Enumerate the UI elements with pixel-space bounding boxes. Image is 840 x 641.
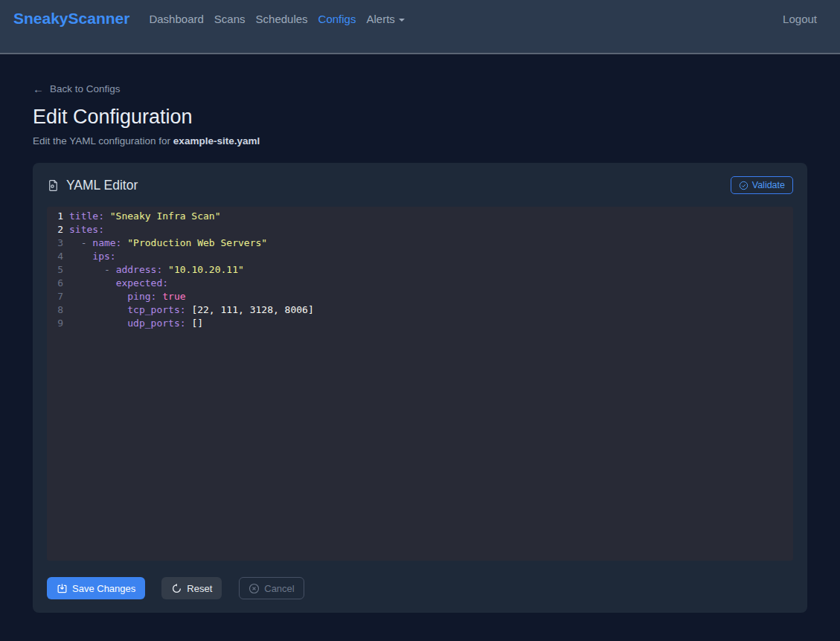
file-code-icon	[47, 179, 60, 192]
line-number: 6	[47, 277, 63, 290]
line-number: 7	[47, 290, 63, 303]
line-number: 4	[47, 250, 63, 263]
code-text: udp_ports: []	[69, 317, 203, 330]
back-arrow-icon: ←	[33, 83, 44, 94]
navbar: SneakyScanner Dashboard Scans Schedules …	[0, 0, 840, 54]
editor-actions: Save Changes Reset Cancel	[47, 577, 793, 599]
validate-button[interactable]: Validate	[731, 176, 793, 194]
reset-counterclockwise-icon	[171, 583, 182, 594]
yaml-editor-card: YAML Editor Validate 1title: "Sneaky Inf…	[33, 163, 807, 613]
code-text: ips:	[69, 250, 116, 263]
brand-link[interactable]: SneakyScanner	[13, 10, 129, 28]
code-line: 5 - address: "10.10.20.11"	[47, 263, 793, 277]
line-number: 9	[47, 317, 63, 330]
code-line: 1title: "Sneaky Infra Scan"	[47, 210, 793, 223]
check-circle-icon	[739, 181, 748, 190]
save-icon	[57, 583, 68, 594]
page-subtitle: Edit the YAML configuration for example-…	[33, 135, 807, 146]
line-number: 8	[47, 303, 63, 317]
line-number: 5	[47, 263, 63, 277]
reset-button-label: Reset	[187, 583, 212, 594]
navbar-inner: SneakyScanner Dashboard Scans Schedules …	[13, 0, 817, 37]
code-line: 4 ips:	[47, 250, 793, 263]
nav-item-configs[interactable]: Configs	[313, 13, 362, 25]
nav-item-dashboard[interactable]: Dashboard	[144, 13, 208, 25]
reset-button[interactable]: Reset	[161, 577, 222, 599]
code-text: sites:	[69, 223, 104, 236]
logout-link[interactable]: Logout	[783, 13, 817, 25]
save-changes-button[interactable]: Save Changes	[47, 577, 145, 599]
code-line: 8 tcp_ports: [22, 111, 3128, 8006]	[47, 303, 793, 317]
line-number: 3	[47, 236, 63, 250]
nav-item-alerts-dropdown[interactable]: Alerts	[361, 13, 409, 25]
code-text: expected:	[69, 277, 168, 290]
yaml-code-editor[interactable]: 1title: "Sneaky Infra Scan"2sites:3 - na…	[47, 207, 793, 561]
code-line: 3 - name: "Production Web Servers"	[47, 236, 793, 250]
card-title: YAML Editor	[47, 178, 138, 193]
code-line: 9 udp_ports: []	[47, 317, 793, 330]
code-lines: 1title: "Sneaky Infra Scan"2sites:3 - na…	[47, 210, 793, 330]
config-filename: example-site.yaml	[173, 135, 260, 146]
nav-item-scans[interactable]: Scans	[209, 13, 251, 25]
code-text: ping: true	[69, 290, 186, 303]
card-title-label: YAML Editor	[66, 178, 138, 193]
x-circle-icon	[249, 583, 260, 594]
page-title: Edit Configuration	[33, 106, 807, 129]
nav-links: Dashboard Scans Schedules Configs Alerts	[144, 13, 409, 25]
code-line: 6 expected:	[47, 277, 793, 290]
subtitle-text: Edit the YAML configuration for	[33, 135, 173, 146]
card-header: YAML Editor Validate	[47, 175, 793, 196]
nav-item-alerts-label: Alerts	[366, 13, 394, 25]
code-text: title: "Sneaky Infra Scan"	[69, 210, 221, 223]
save-button-label: Save Changes	[72, 583, 135, 594]
cancel-button[interactable]: Cancel	[239, 577, 304, 599]
code-line: 2sites:	[47, 223, 793, 236]
line-number: 2	[47, 223, 63, 236]
code-text: tcp_ports: [22, 111, 3128, 8006]	[69, 303, 314, 317]
nav-item-schedules[interactable]: Schedules	[251, 13, 313, 25]
back-link-label: Back to Configs	[50, 83, 121, 94]
line-number: 1	[47, 210, 63, 223]
main-content: ← Back to Configs Edit Configuration Edi…	[0, 54, 840, 613]
code-line: 7 ping: true	[47, 290, 793, 303]
validate-button-label: Validate	[752, 180, 785, 190]
code-text: - name: "Production Web Servers"	[69, 236, 267, 250]
back-to-configs-link[interactable]: ← Back to Configs	[33, 83, 121, 94]
chevron-down-icon	[399, 19, 405, 22]
code-text: - address: "10.10.20.11"	[69, 263, 244, 277]
cancel-button-label: Cancel	[264, 583, 294, 594]
